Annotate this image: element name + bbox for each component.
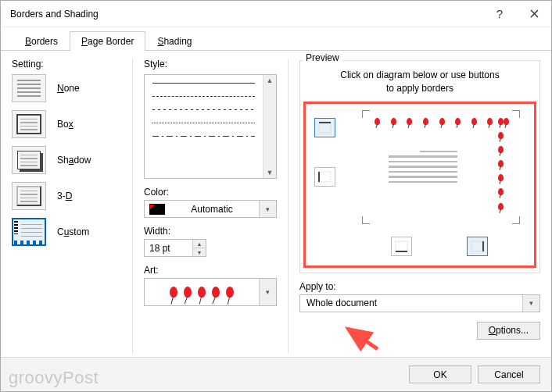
preview-hint: Click on diagram below or use buttons to… <box>303 67 536 102</box>
close-icon <box>530 9 539 18</box>
preview-legend: Preview <box>303 52 342 63</box>
setting-shadow-label: Shadow <box>57 155 91 166</box>
svg-rect-0 <box>319 123 331 133</box>
balloon-icon <box>170 287 177 298</box>
style-option-solid[interactable] <box>152 83 255 84</box>
border-left-icon <box>318 171 332 183</box>
help-button[interactable]: ? <box>482 2 517 26</box>
color-dropdown[interactable]: Automatic ▾ <box>144 200 277 218</box>
spinner-down-icon[interactable]: ▼ <box>193 248 206 256</box>
setting-none-label: None <box>57 83 80 94</box>
svg-rect-6 <box>471 241 483 251</box>
setting-none[interactable]: None <box>12 74 121 102</box>
titlebar: Borders and Shading ? <box>1 1 551 27</box>
watermark: groovyPost <box>9 368 99 388</box>
options-row: Options... <box>299 322 540 340</box>
width-value: 18 pt <box>145 240 192 256</box>
setting-3d-label: 3-D <box>57 191 72 201</box>
setting-label: Setting: <box>12 59 121 69</box>
window-title: Borders and Shading <box>10 9 482 20</box>
chevron-down-icon: ▾ <box>259 201 276 217</box>
color-swatch-icon <box>149 204 165 215</box>
preview-column: Preview Click on diagram below or use bu… <box>299 59 540 354</box>
dialog-window: Borders and Shading ? Borders Page Borde… <box>0 0 552 392</box>
border-right-icon <box>471 241 484 252</box>
border-top-button[interactable] <box>314 118 335 137</box>
setting-shadow-icon <box>12 146 46 174</box>
dialog-body: Setting: None Box <box>1 51 551 357</box>
style-option-dash-dot[interactable] <box>152 136 255 137</box>
border-right-button[interactable] <box>467 237 488 256</box>
setting-shadow[interactable]: Shadow <box>12 146 121 174</box>
setting-box-label: Box <box>57 119 73 130</box>
balloon-icon <box>212 287 220 298</box>
tab-bar: Borders Page Border Shading <box>1 27 551 51</box>
setting-custom[interactable]: Custom <box>12 218 121 246</box>
preview-diagram[interactable] <box>348 109 529 226</box>
balloon-icon <box>226 287 234 298</box>
diagram-border-right <box>498 118 509 210</box>
corner-marker-icon <box>362 110 370 118</box>
style-lines <box>145 75 263 178</box>
diagram-border-top <box>375 118 509 129</box>
setting-custom-icon <box>12 218 46 246</box>
border-bottom-button[interactable] <box>391 237 412 256</box>
cancel-button[interactable]: Cancel <box>478 365 540 383</box>
preview-frame: Click on diagram below or use buttons to… <box>299 60 540 273</box>
setting-3d-icon <box>12 182 46 210</box>
svg-rect-2 <box>319 172 331 182</box>
corner-marker-icon <box>512 110 520 118</box>
tab-shading[interactable]: Shading <box>145 31 203 51</box>
color-label: Color: <box>144 187 277 198</box>
chevron-down-icon: ▾ <box>259 279 276 305</box>
bottom-edge-buttons <box>310 237 529 256</box>
balloon-icon <box>184 287 192 298</box>
apply-to-label: Apply to: <box>299 281 540 292</box>
width-spinner[interactable]: 18 pt ▲ ▼ <box>144 239 206 257</box>
style-listbox[interactable]: ▲ ▼ <box>144 74 277 179</box>
art-preview <box>145 279 259 305</box>
close-button[interactable] <box>517 2 551 26</box>
chevron-down-icon: ▾ <box>522 295 539 312</box>
style-column: Style: ▲ ▼ Color: Automatic ▾ <box>144 59 277 354</box>
style-scrollbar[interactable]: ▲ ▼ <box>263 75 276 178</box>
art-dropdown[interactable]: ▾ <box>144 278 277 306</box>
scroll-down-icon[interactable]: ▼ <box>267 169 274 176</box>
style-option-short-dash[interactable] <box>152 109 255 110</box>
ok-button[interactable]: OK <box>409 365 471 383</box>
balloon-icon <box>198 287 206 298</box>
apply-to-value: Whole document <box>300 298 522 308</box>
setting-custom-label: Custom <box>57 226 89 237</box>
border-bottom-icon <box>395 241 408 252</box>
scroll-up-icon[interactable]: ▲ <box>267 77 274 84</box>
style-label: Style: <box>144 59 277 69</box>
setting-3d[interactable]: 3-D <box>12 182 121 210</box>
preview-group: Preview Click on diagram below or use bu… <box>299 59 540 273</box>
setting-list: None Box Shadow <box>12 74 121 246</box>
border-top-icon <box>318 122 332 134</box>
annotation-highlight <box>303 102 536 268</box>
width-label: Width: <box>144 226 277 237</box>
setting-box-icon <box>12 110 46 138</box>
style-option-dot[interactable] <box>152 123 255 123</box>
dialog-footer: groovyPost OK Cancel <box>1 357 551 391</box>
corner-marker-icon <box>512 216 520 224</box>
tab-page-border[interactable]: Page Border <box>70 31 145 51</box>
tab-borders[interactable]: Borders <box>13 31 70 51</box>
border-left-button[interactable] <box>314 167 335 187</box>
setting-box[interactable]: Box <box>12 110 121 138</box>
color-value: Automatic <box>165 204 259 215</box>
setting-none-icon <box>12 74 46 102</box>
svg-rect-4 <box>396 241 407 251</box>
style-option-long-dash[interactable] <box>152 96 255 97</box>
spinner-up-icon[interactable]: ▲ <box>193 240 206 248</box>
apply-to-dropdown[interactable]: Whole document ▾ <box>299 294 540 312</box>
diagram-page-text <box>389 151 457 184</box>
options-button[interactable]: Options... <box>477 322 540 340</box>
corner-marker-icon <box>362 216 370 224</box>
art-label: Art: <box>144 265 277 276</box>
divider <box>288 59 289 354</box>
divider <box>132 59 133 354</box>
setting-column: Setting: None Box <box>12 59 121 354</box>
